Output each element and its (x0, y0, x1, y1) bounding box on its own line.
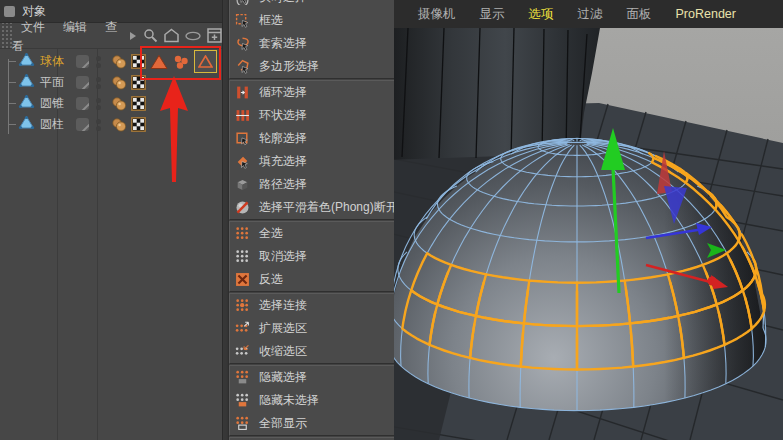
menu-item-hide-unselected[interactable]: 隐藏未选择 (230, 389, 394, 412)
menu-item-polygon-selection[interactable]: 多边形选择 (230, 55, 394, 78)
object-manager-panel: 对象 文件编辑查看 球体平面圆锥圆柱 (0, 0, 222, 440)
layer-box-icon[interactable] (76, 76, 89, 89)
menu-item-phong-break-selection[interactable]: 选择平滑着色(Phong)断开 (230, 196, 394, 219)
menu-item-path-selection[interactable]: 路径选择 (230, 173, 394, 196)
editor-visibility-dot[interactable] (96, 56, 101, 61)
uvw-tag-icon[interactable] (131, 75, 146, 90)
viewport-menu-2[interactable]: 选项 (517, 6, 566, 23)
select-connected-icon (235, 298, 250, 313)
eye-icon[interactable] (185, 31, 201, 41)
layer-box-icon[interactable] (76, 118, 89, 131)
render-visibility-dot[interactable] (96, 126, 101, 131)
uvw-tag-icon[interactable] (131, 96, 146, 111)
menu-item-ring-selection[interactable]: 环状选择 (230, 104, 394, 127)
polygon-selection-tag-icon[interactable] (150, 54, 168, 70)
menu-item-rectangle-selection[interactable]: 框选 (230, 9, 394, 32)
viewport-menu-5[interactable]: ProRender (664, 7, 748, 21)
object-name[interactable]: 球体 (40, 53, 74, 70)
point-selection-tag-icon[interactable] (172, 54, 190, 70)
menu-item-select-all[interactable]: 全选 (230, 222, 394, 245)
visibility-toggles[interactable] (76, 76, 101, 89)
render-visibility-dot[interactable] (96, 63, 101, 68)
menu-group-4: 隐藏选择隐藏未选择全部显示 (229, 365, 395, 436)
add-panel-icon[interactable] (207, 28, 222, 43)
active-selection-tag[interactable] (194, 50, 217, 73)
menu-item-grow-selection[interactable]: 扩展选区 (230, 317, 394, 340)
menu-item-select-connected[interactable]: 选择连接 (230, 294, 394, 317)
editor-visibility-dot[interactable] (96, 77, 101, 82)
menu-item-unhide-all[interactable]: 全部显示 (230, 412, 394, 435)
object-row-1[interactable]: 平面 (0, 72, 222, 93)
viewport-menu-4[interactable]: 面板 (615, 6, 664, 23)
expand-arrow-icon[interactable] (129, 31, 137, 41)
outline-selection-icon (235, 131, 250, 146)
object-row-2[interactable]: 圆锥 (0, 93, 222, 114)
uvw-tag-icon[interactable] (131, 117, 146, 132)
menu-item-fill-selection[interactable]: 填充选择 (230, 150, 394, 173)
ring-selection-icon (235, 108, 250, 123)
menu-item-shrink-selection[interactable]: 收缩选区 (230, 340, 394, 363)
viewport-panel: 摄像机显示选项过滤面板ProRender (394, 0, 783, 440)
editor-visibility-dot[interactable] (96, 119, 101, 124)
object-row-0[interactable]: 球体 (0, 51, 222, 72)
menu-item-live-selection[interactable]: 实时选择 (230, 0, 394, 9)
viewport-menu-0[interactable]: 摄像机 (406, 6, 468, 23)
render-visibility-dot[interactable] (96, 84, 101, 89)
menu-item-invert-selection[interactable]: 反选 (230, 268, 394, 291)
tag-cell[interactable] (111, 117, 146, 132)
menu-group-0: 实时选择框选套索选择多边形选择 (229, 0, 395, 79)
object-name[interactable]: 圆柱 (40, 116, 74, 133)
tag-cell[interactable] (111, 96, 146, 111)
polygon-object-icon (18, 115, 35, 134)
unhide-all-icon (235, 416, 250, 431)
path-selection-icon (235, 177, 250, 192)
object-list: 球体平面圆锥圆柱 (0, 49, 222, 440)
home-icon[interactable] (164, 28, 179, 43)
phong-tag-icon[interactable] (111, 54, 127, 69)
object-name[interactable]: 圆锥 (40, 95, 74, 112)
object-name[interactable]: 平面 (40, 74, 74, 91)
panel-menu-1[interactable]: 编辑 (54, 20, 96, 34)
deselect-all-icon (235, 249, 250, 264)
phong-break-selection-icon (235, 200, 250, 215)
menu-grip-icon[interactable] (0, 23, 12, 48)
viewport-menu-1[interactable]: 显示 (468, 6, 517, 23)
viewport-canvas[interactable] (394, 28, 783, 440)
visibility-toggles[interactable] (76, 118, 101, 131)
menu-item-deselect-all[interactable]: 取消选择 (230, 245, 394, 268)
menu-group-2: 全选取消选择反选 (229, 221, 395, 292)
menu-item-hide-selected[interactable]: 隐藏选择 (230, 366, 394, 389)
uvw-tag-icon[interactable] (131, 54, 146, 69)
edge-selection-tag-icon (198, 55, 213, 68)
panel-menubar: 文件编辑查看 (0, 23, 222, 49)
panel-menu-0[interactable]: 文件 (12, 20, 54, 34)
live-selection-icon (235, 0, 250, 5)
rectangle-selection-icon (235, 13, 250, 28)
layer-box-icon[interactable] (76, 97, 89, 110)
invert-selection-icon (235, 272, 250, 287)
layer-box-icon[interactable] (76, 55, 89, 68)
phong-tag-icon[interactable] (111, 96, 127, 111)
visibility-toggles[interactable] (76, 97, 101, 110)
selection-context-menu: 实时选择框选套索选择多边形选择循环选择环状选择轮廓选择填充选择路径选择选择平滑着… (228, 0, 396, 440)
menu-item-lasso-selection[interactable]: 套索选择 (230, 32, 394, 55)
menu-item-loop-selection[interactable]: 循环选择 (230, 81, 394, 104)
viewport-menu-3[interactable]: 过滤 (566, 6, 615, 23)
viewport-3d-scene[interactable] (394, 28, 783, 440)
phong-tag-icon[interactable] (111, 75, 127, 90)
tag-cell[interactable] (111, 75, 146, 90)
render-visibility-dot[interactable] (96, 105, 101, 110)
select-all-icon (235, 226, 250, 241)
visibility-toggles[interactable] (76, 55, 101, 68)
polygon-object-icon (18, 73, 35, 92)
editor-visibility-dot[interactable] (96, 98, 101, 103)
polygon-selection-icon (235, 59, 250, 74)
object-row-3[interactable]: 圆柱 (0, 114, 222, 135)
hide-selected-icon (235, 370, 250, 385)
phong-tag-icon[interactable] (111, 117, 127, 132)
tag-cell[interactable] (111, 50, 217, 73)
polygon-object-icon (18, 52, 35, 71)
search-icon[interactable] (143, 28, 158, 43)
menu-item-outline-selection[interactable]: 轮廓选择 (230, 127, 394, 150)
panel-icon (4, 6, 15, 17)
